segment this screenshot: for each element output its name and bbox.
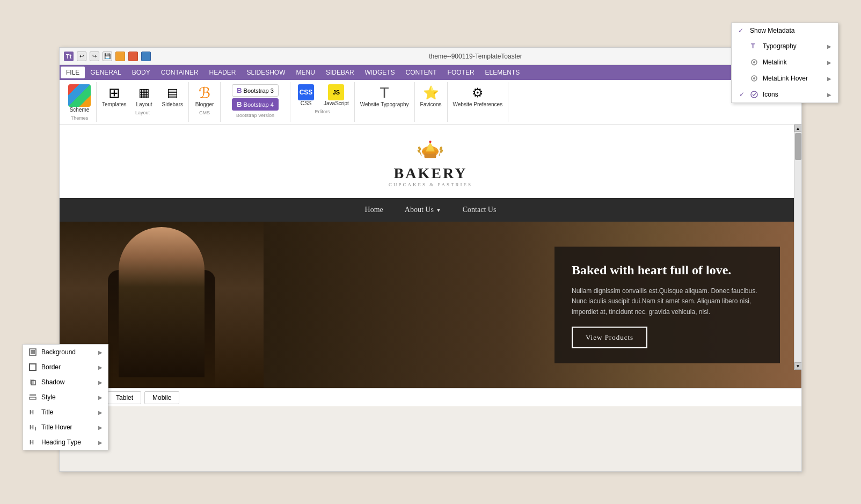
menu-slideshow[interactable]: SLIDESHOW xyxy=(242,67,291,78)
typography-check: ✓ xyxy=(738,42,746,50)
dd-metalink-hover-label: MetaLink Hover xyxy=(763,75,808,82)
scrollbar[interactable]: ▲ ▼ xyxy=(794,125,801,370)
svg-rect-13 xyxy=(30,379,34,384)
sidebars-icon: ▤ xyxy=(164,84,181,101)
favicons-group: ⭐ Favicons xyxy=(415,82,448,122)
bootstrap3-button[interactable]: B Bootstrap 3 xyxy=(232,84,279,97)
menu-menu[interactable]: MENU xyxy=(291,67,320,78)
undo-btn[interactable]: ↩ xyxy=(77,52,86,61)
save-btn[interactable]: 💾 xyxy=(103,52,112,61)
scheme-button[interactable]: Scheme xyxy=(65,83,94,114)
cms-group: ℬ Blogger CMS xyxy=(189,82,221,122)
svg-point-23 xyxy=(753,61,755,63)
icons-checkmark: ✓ xyxy=(738,91,746,98)
scheme-color-icon xyxy=(68,84,91,107)
svg-point-25 xyxy=(753,77,755,79)
bootstrap4-icon: B xyxy=(237,100,242,108)
svg-text:H: H xyxy=(30,424,34,430)
ctx-shadow-arrow: ▶ xyxy=(98,379,103,385)
metalink-icon xyxy=(750,58,758,67)
ctx-title[interactable]: H Title ▶ xyxy=(23,405,108,420)
ctx-shadow[interactable]: Shadow ▶ xyxy=(23,375,108,390)
website-preferences-icon: ⚙ xyxy=(469,84,486,101)
ctx-heading-type-label: Heading Type xyxy=(41,439,81,446)
templates-button[interactable]: ⊞ Templates xyxy=(99,83,130,109)
menu-footer[interactable]: FOOTER xyxy=(442,67,480,78)
redo-btn[interactable]: ↪ xyxy=(90,52,99,61)
menu-body[interactable]: BODY xyxy=(127,67,156,78)
dd-icons-arrow: ▶ xyxy=(827,92,831,98)
ctx-title-hover[interactable]: H Title Hover ▶ xyxy=(23,420,108,435)
themes-group: Scheme Themes xyxy=(63,82,97,122)
nav-about[interactable]: About Us ▼ xyxy=(405,206,441,214)
dd-metalink-arrow: ▶ xyxy=(827,60,831,65)
dd-show-metadata[interactable]: ✓ Show Metadata xyxy=(732,23,838,38)
show-metadata-check: ✓ xyxy=(738,27,746,34)
metalink-hover-icon xyxy=(750,74,758,83)
dd-icons[interactable]: ✓ Icons ▶ xyxy=(732,86,838,103)
style-icon xyxy=(28,393,37,401)
settings-btn[interactable] xyxy=(115,52,125,61)
ctx-style[interactable]: Style ▶ xyxy=(23,390,108,405)
dd-typography[interactable]: ✓ T Typography ▶ xyxy=(732,38,838,54)
scroll-down-arrow[interactable]: ▼ xyxy=(794,362,802,370)
menu-widgets[interactable]: WIDGETS xyxy=(360,67,400,78)
title-hover-icon: H xyxy=(28,423,37,432)
menu-content[interactable]: CONTENT xyxy=(400,67,442,78)
ctx-background[interactable]: Background ▶ xyxy=(23,345,108,360)
layout-button[interactable]: ▦ Layout xyxy=(131,83,158,109)
bakery-logo: BAKERY CUPCAKES & PASTRIES xyxy=(389,135,472,187)
close-btn[interactable] xyxy=(128,52,138,61)
javascript-button[interactable]: JS JavaScript xyxy=(320,83,352,108)
css-button[interactable]: CSS CSS xyxy=(293,83,319,108)
ctx-heading-type[interactable]: H Heading Type ▶ xyxy=(23,435,108,450)
css-icon: CSS xyxy=(298,84,314,100)
info-btn[interactable] xyxy=(141,52,151,61)
layout-group-label: Layout xyxy=(135,110,150,115)
templates-icon: ⊞ xyxy=(106,84,123,101)
dd-metalink[interactable]: ✓ Metalink ▶ xyxy=(732,54,838,70)
title-bar: Tt ↩ ↪ 💾 theme--900119-TemplateToaster xyxy=(60,48,801,65)
bootstrap3-label: Bootstrap 3 xyxy=(244,87,274,94)
tablet-button[interactable]: Tablet xyxy=(108,391,141,404)
sidebars-button[interactable]: ▤ Sidebars xyxy=(159,83,186,109)
themes-group-label: Themes xyxy=(71,115,89,121)
website-typography-button[interactable]: T Website Typography xyxy=(357,83,412,109)
layout-group: ⊞ Templates ▦ Layout ▤ Sidebars Layout xyxy=(97,82,189,122)
dd-metalink-hover[interactable]: ✓ MetaLink Hover ▶ xyxy=(732,70,838,86)
menu-file[interactable]: FILE xyxy=(61,67,85,78)
templates-label: Templates xyxy=(102,101,127,108)
dd-show-metadata-label: Show Metadata xyxy=(750,27,794,34)
nav-home[interactable]: Home xyxy=(365,206,383,214)
hero-desc: Nullam dignissim convallis est.Quisque a… xyxy=(572,286,763,317)
mobile-button[interactable]: Mobile xyxy=(144,391,179,404)
blogger-icon: ℬ xyxy=(196,84,213,101)
shadow-icon xyxy=(28,378,37,386)
view-products-button[interactable]: View Products xyxy=(572,326,647,348)
menu-general[interactable]: GENERAL xyxy=(85,67,126,78)
ctx-border[interactable]: Border ▶ xyxy=(23,360,108,375)
ctx-border-label: Border xyxy=(41,363,61,371)
metalink-hover-check: ✓ xyxy=(738,75,746,82)
menu-container[interactable]: CONTAINER xyxy=(156,67,204,78)
nav-about-arrow: ▼ xyxy=(436,207,441,213)
bootstrap4-button[interactable]: B Bootstrap 4 xyxy=(232,98,279,111)
website-preferences-group: ⚙ Website Preferences xyxy=(448,82,509,122)
svg-rect-12 xyxy=(30,364,36,370)
dd-typography-label: Typography xyxy=(763,42,797,50)
scroll-thumb[interactable] xyxy=(795,133,801,160)
ctx-title-hover-label: Title Hover xyxy=(41,423,72,431)
blogger-button[interactable]: ℬ Blogger xyxy=(191,83,218,109)
favicons-button[interactable]: ⭐ Favicons xyxy=(417,83,445,109)
website-typography-group: T Website Typography xyxy=(355,82,415,122)
nav-contact[interactable]: Contact Us xyxy=(463,206,497,214)
menu-elements[interactable]: ELEMENTS xyxy=(480,67,526,78)
website-typography-icon: T xyxy=(376,84,393,101)
menu-sidebar[interactable]: SIDEBAR xyxy=(320,67,360,78)
javascript-label: JavaScript xyxy=(324,100,349,107)
menu-header[interactable]: HEADER xyxy=(204,67,242,78)
dropdown-menu-right: ✓ Show Metadata ✓ T Typography ▶ ✓ Metal… xyxy=(731,23,838,103)
scroll-up-arrow[interactable]: ▲ xyxy=(794,125,802,132)
website-preferences-button[interactable]: ⚙ Website Preferences xyxy=(450,83,506,109)
bakery-header: BAKERY CUPCAKES & PASTRIES xyxy=(60,125,801,198)
